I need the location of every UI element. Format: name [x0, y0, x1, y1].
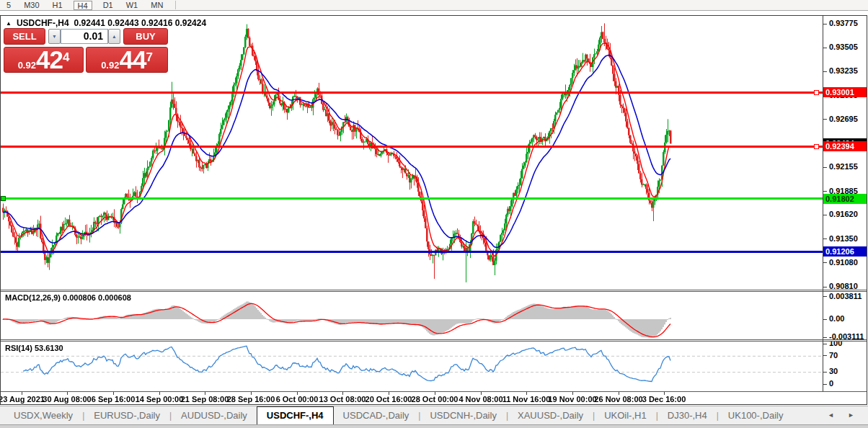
volume-increase-button[interactable]: ▲ — [108, 29, 120, 44]
level-line-handle[interactable] — [814, 144, 819, 149]
tab-scroll-left-icon[interactable]: ◄ — [828, 411, 834, 419]
tab-uk100-daily[interactable]: UK100-,Daily — [719, 406, 793, 425]
price-tick: 0.92695 — [829, 115, 858, 123]
level-line-0.93001[interactable] — [1, 92, 823, 94]
price-tick-dash — [823, 71, 827, 72]
price-tick-dash — [823, 238, 827, 239]
price-marker-0.91802: 0.91802 — [823, 194, 867, 204]
price-tick-dash — [823, 215, 827, 215]
price-tick: 0.93505 — [829, 43, 858, 51]
buy-price-prefix: 0.92 — [101, 60, 119, 71]
macd-tick-dash — [823, 296, 827, 297]
sell-button[interactable]: SELL — [4, 28, 45, 45]
macd-tick-dash — [823, 319, 827, 320]
toolbar-separator — [175, 1, 176, 9]
timeframe-button-H1[interactable]: H1 — [50, 1, 65, 10]
tab-scroll-right-icon[interactable]: ► — [848, 411, 854, 419]
one-click-trading-panel: SELL ▼ 0.01 ▲ BUY 0.92424 0.92447 — [4, 28, 168, 73]
rsi-tick: 70 — [829, 351, 838, 360]
price-tick: 0.91080 — [829, 258, 858, 267]
chart-symbol-label: USDCHF-,H4 — [17, 18, 69, 28]
level-line-handle[interactable] — [1, 196, 6, 201]
macd-tick-dash — [823, 337, 827, 338]
timeframe-buttons: 5M30H1H4D1W1MN — [0, 1, 169, 10]
buy-price-big: 44 — [119, 45, 146, 73]
buy-price-panel[interactable]: 0.92447 — [86, 47, 168, 73]
status-strip — [0, 424, 868, 428]
tab-usdcnh-daily[interactable]: USDCNH-,Daily — [420, 406, 505, 425]
price-tick-dash — [823, 119, 827, 120]
price-tick: 0.92155 — [829, 162, 858, 171]
chart-tab-bar: USDX,Weekly|EURUSD-,Daily|AUDUSD-,DailyU… — [0, 406, 868, 424]
level-line-0.92394[interactable] — [1, 146, 823, 148]
spin-down-icon: ▼ — [52, 34, 57, 39]
axis-border — [823, 16, 823, 391]
timeframe-toolbar: 5M30H1H4D1W1MN — [0, 0, 868, 11]
price-tick-dash — [823, 287, 827, 287]
timeframe-button-5[interactable]: 5 — [4, 1, 13, 10]
timeframe-button-H4[interactable]: H4 — [74, 1, 92, 10]
level-line-0.91206[interactable] — [1, 251, 823, 253]
trading-terminal: 5M30H1H4D1W1MN ▲ USDCHF-,H4 0.92441 0.92… — [0, 0, 868, 428]
rsi-pane-canvas[interactable] — [1, 341, 823, 391]
rsi-tick-dash — [823, 355, 827, 356]
price-marker-0.93001: 0.93001 — [823, 87, 867, 97]
chart-tabs: USDX,Weekly|EURUSD-,Daily|AUDUSD-,DailyU… — [4, 406, 792, 425]
price-tick-dash — [823, 24, 827, 24]
price-tick-dash — [823, 48, 827, 48]
tab-usdchf-h4[interactable]: USDCHF-,H4 — [257, 406, 334, 425]
price-tick: 0.91350 — [829, 234, 858, 243]
level-line-handle[interactable] — [814, 90, 819, 95]
timeframe-button-M30[interactable]: M30 — [22, 1, 41, 10]
rsi-tick-dash — [823, 344, 827, 344]
price-tick-dash — [823, 191, 827, 192]
rsi-tick: 30 — [829, 367, 838, 375]
tab-audusd-daily[interactable]: AUDUSD-,Daily — [172, 406, 257, 425]
buy-price-pip: 7 — [146, 50, 152, 64]
volume-input[interactable]: 0.01 — [61, 29, 108, 44]
tab-dj30-h4[interactable]: DJ30-,H4 — [658, 406, 717, 425]
rsi-tick-dash — [823, 384, 827, 385]
tab-usdx-weekly[interactable]: USDX,Weekly — [4, 406, 82, 425]
pane-separator-rsi[interactable] — [1, 339, 867, 342]
sell-price-big: 42 — [36, 45, 63, 73]
level-line-0.91802[interactable] — [1, 197, 823, 200]
macd-indicator-label: MACD(12,26,9) 0.000806 0.000608 — [5, 293, 131, 302]
price-tick: 0.93775 — [829, 19, 858, 27]
sell-price-pip: 4 — [63, 50, 69, 64]
tab-ukoil-h1[interactable]: UKOil-,H1 — [595, 406, 656, 425]
spin-up-icon: ▲ — [112, 34, 117, 39]
tab-usdcad-daily[interactable]: USDCAD-,Daily — [334, 406, 419, 425]
chart-title: ▲ USDCHF-,H4 0.92441 0.92443 0.92416 0.9… — [6, 18, 206, 28]
date-label: 3 Dec 16:00 — [634, 395, 694, 404]
collapse-icon[interactable]: ▲ — [6, 20, 12, 27]
buy-button[interactable]: BUY — [123, 28, 168, 45]
chart-bottom-border — [1, 391, 867, 392]
macd-tick: 0.003811 — [829, 292, 862, 300]
timeframe-button-W1[interactable]: W1 — [124, 1, 141, 10]
macd-tick: 0.00 — [829, 314, 844, 323]
tab-eurusd-daily[interactable]: EURUSD-,Daily — [84, 406, 169, 425]
rsi-tick-dash — [823, 372, 827, 373]
volume-decrease-button[interactable]: ▼ — [48, 29, 61, 44]
price-marker-0.91206: 0.91206 — [823, 246, 867, 257]
rsi-tick: 0 — [829, 379, 833, 388]
tab-xauusd-daily[interactable]: XAUUSD-,Daily — [508, 406, 593, 425]
timeframe-button-D1[interactable]: D1 — [101, 1, 115, 10]
price-tick-dash — [823, 167, 827, 168]
price-marker-0.92394: 0.92394 — [823, 141, 867, 151]
price-tick: 0.93235 — [829, 66, 858, 75]
chart-ohlc-values: 0.92441 0.92443 0.92416 0.92424 — [74, 18, 207, 28]
pane-separator-macd[interactable] — [1, 290, 867, 292]
price-tick-dash — [823, 262, 827, 263]
rsi-indicator-label: RSI(14) 53.6130 — [5, 344, 63, 352]
sell-price-panel[interactable]: 0.92424 — [4, 47, 84, 73]
price-tick: 0.91620 — [829, 210, 858, 218]
sell-price-prefix: 0.92 — [18, 60, 36, 71]
timeframe-button-MN[interactable]: MN — [149, 1, 165, 10]
